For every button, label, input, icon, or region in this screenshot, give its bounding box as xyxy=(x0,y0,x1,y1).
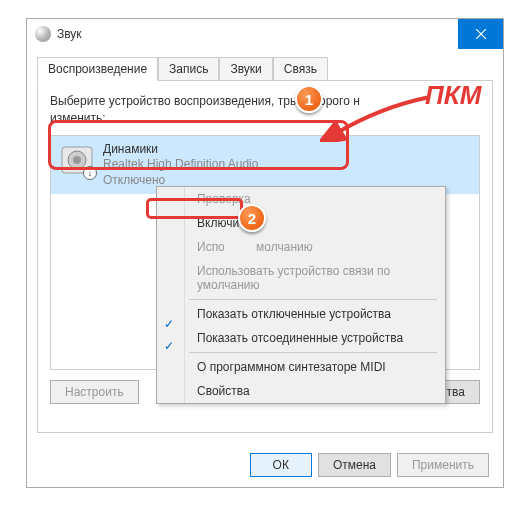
menu-test: Проверка xyxy=(185,187,445,211)
menu-about-midi[interactable]: О программном синтезаторе MIDI xyxy=(185,355,445,379)
cancel-button[interactable]: Отмена xyxy=(318,453,391,477)
menu-set-default: Использовмолчанию xyxy=(185,235,445,259)
svg-point-4 xyxy=(73,156,81,164)
menu-enable[interactable]: Включить xyxy=(185,211,445,235)
menu-show-disconnected[interactable]: Показать отсоединенные устройства xyxy=(185,326,445,350)
check-icon: ✓ xyxy=(164,339,174,353)
tab-communications[interactable]: Связь xyxy=(273,57,328,80)
sound-icon xyxy=(35,26,51,42)
tab-sounds[interactable]: Звуки xyxy=(219,57,272,80)
device-driver: Realtek High Definition Audio xyxy=(103,157,258,173)
menu-separator xyxy=(189,299,437,300)
tab-strip: Воспроизведение Запись Звуки Связь xyxy=(37,57,493,81)
disabled-overlay-icon: ↓ xyxy=(83,166,97,180)
close-button[interactable] xyxy=(458,19,503,49)
context-menu: ✓ ✓ Проверка Включить Использовмолчанию … xyxy=(156,186,446,404)
speaker-icon: ↓ xyxy=(59,142,95,178)
check-icon: ✓ xyxy=(164,317,174,331)
menu-set-default-comm: Использовать устройство связи по умолчан… xyxy=(185,259,445,297)
tab-recording[interactable]: Запись xyxy=(158,57,219,80)
annotation-marker-2: 2 xyxy=(238,204,266,232)
device-name: Динамики xyxy=(103,142,258,158)
tab-content: Выберите устройство воспроизведения, тры… xyxy=(37,81,493,433)
window-title: Звук xyxy=(57,27,82,41)
menu-show-disabled[interactable]: Показать отключенные устройства xyxy=(185,302,445,326)
titlebar[interactable]: Звук xyxy=(27,19,503,49)
menu-separator xyxy=(189,352,437,353)
menu-properties[interactable]: Свойства xyxy=(185,379,445,403)
annotation-pkm-label: ПКМ xyxy=(425,80,481,111)
tab-playback[interactable]: Воспроизведение xyxy=(37,57,158,81)
annotation-marker-1: 1 xyxy=(295,85,323,113)
instruction-text: Выберите устройство воспроизведения, тры… xyxy=(50,93,480,127)
configure-button: Настроить xyxy=(50,380,139,404)
device-list[interactable]: ↓ Динамики Realtek High Definition Audio… xyxy=(50,135,480,370)
apply-button: Применить xyxy=(397,453,489,477)
ok-button[interactable]: ОК xyxy=(250,453,312,477)
